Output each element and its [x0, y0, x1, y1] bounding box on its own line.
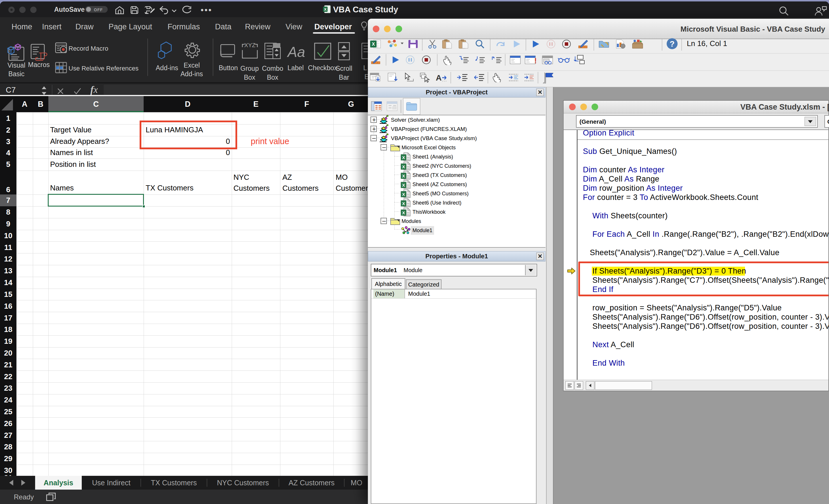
svg-text:?: ? — [670, 39, 675, 48]
svg-text:A: A — [436, 73, 441, 82]
svg-text:X: X — [372, 42, 375, 47]
svg-text:!: ! — [534, 56, 537, 65]
svg-text:XYZ: XYZ — [244, 43, 256, 48]
svg-text:X: X — [324, 7, 327, 11]
